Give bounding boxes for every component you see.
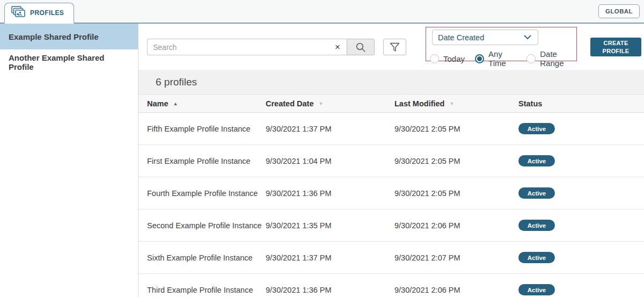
clear-search-icon[interactable]: × (331, 39, 345, 55)
radio-option[interactable]: Any Time (475, 49, 516, 68)
cell-status: Active (518, 252, 644, 263)
column-header-label: Name (147, 99, 169, 108)
table-row[interactable]: Sixth Example Profile Instance 9/30/2021… (138, 242, 644, 274)
table-row[interactable]: First Example Profile Instance 9/30/2021… (138, 145, 644, 177)
status-badge: Active (518, 252, 555, 263)
cell-last-modified: 9/30/2021 2:06 PM (394, 286, 518, 294)
date-field-dropdown[interactable]: Date Created (432, 30, 538, 45)
table-row[interactable]: Fourth Example Profile Instance 9/30/202… (138, 177, 644, 209)
cell-status: Active (518, 187, 644, 199)
cell-last-modified: 9/30/2021 2:05 PM (394, 125, 518, 133)
cell-created-date: 9/30/2021 1:35 PM (266, 221, 394, 230)
column-header[interactable]: Created Date ▼ (266, 99, 394, 108)
cell-name: Fourth Example Profile Instance (147, 189, 266, 198)
cell-name: Second Example Profile Instance (147, 221, 266, 230)
column-header-label: Status (518, 99, 542, 108)
search-button[interactable] (347, 39, 375, 55)
chevron-down-icon (524, 35, 531, 40)
radio-option[interactable]: Today (430, 54, 465, 63)
cell-name: Fifth Example Profile Instance (147, 125, 266, 133)
radio-option[interactable]: Date Range (526, 49, 576, 68)
sidebar-item[interactable]: Another Example Shared Profile (0, 49, 138, 75)
sidebar: Example Shared Profile Another Example S… (0, 24, 138, 297)
cell-created-date: 9/30/2021 1:04 PM (266, 157, 394, 165)
status-badge: Active (518, 220, 555, 231)
sort-asc-icon: ▲ (173, 101, 178, 106)
status-badge: Active (518, 155, 555, 166)
sidebar-item[interactable]: Example Shared Profile (0, 24, 138, 49)
table-row[interactable]: Second Example Profile Instance 9/30/202… (138, 209, 644, 242)
cell-status: Active (518, 284, 644, 295)
cell-last-modified: 9/30/2021 2:06 PM (394, 221, 518, 230)
radio-label: Today (443, 54, 465, 63)
table-body: Fifth Example Profile Instance 9/30/2021… (138, 113, 644, 297)
profiles-table: Name ▲ Created Date ▼ Last Modified ▼ St… (138, 95, 644, 297)
table-row[interactable]: Third Example Profile Instance 9/30/2021… (138, 274, 644, 297)
column-header[interactable]: Last Modified ▼ (394, 99, 518, 108)
main-panel: × (138, 24, 644, 297)
radio-icon (526, 54, 536, 63)
radio-icon (475, 54, 484, 63)
cell-status: Active (518, 155, 644, 166)
cell-created-date: 9/30/2021 1:36 PM (266, 286, 394, 294)
cell-last-modified: 9/30/2021 2:07 PM (394, 253, 518, 262)
tab-profiles-label: PROFILES (30, 9, 64, 17)
date-range-radio-group: Today Any Time Date Range (430, 49, 576, 68)
cell-last-modified: 9/30/2021 2:05 PM (394, 189, 518, 198)
sort-desc-icon: ▼ (318, 101, 323, 106)
cell-name: Third Example Profile Instance (147, 286, 266, 294)
search-input[interactable] (147, 39, 347, 55)
create-profile-button[interactable]: CREATE PROFILE (590, 38, 641, 56)
radio-icon (430, 54, 439, 63)
cell-created-date: 9/30/2021 1:37 PM (266, 125, 394, 133)
table-header-row: Name ▲ Created Date ▼ Last Modified ▼ St… (138, 95, 644, 113)
cell-last-modified: 9/30/2021 2:05 PM (394, 157, 518, 165)
sidebar-item-label: Example Shared Profile (9, 32, 99, 41)
content-area: Example Shared Profile Another Example S… (0, 24, 644, 297)
search-icon (355, 42, 366, 53)
cell-name: Sixth Example Profile Instance (147, 253, 266, 262)
table-row[interactable]: Fifth Example Profile Instance 9/30/2021… (138, 113, 644, 145)
cell-status: Active (518, 123, 644, 134)
column-header[interactable]: Name ▲ (147, 99, 266, 108)
tab-bar: PROFILES GLOBAL (0, 0, 644, 24)
profiles-icon (11, 6, 25, 20)
cell-created-date: 9/30/2021 1:37 PM (266, 253, 394, 262)
cell-created-date: 9/30/2021 1:36 PM (266, 189, 394, 198)
column-header[interactable]: Status (518, 99, 644, 108)
global-button[interactable]: GLOBAL (598, 4, 640, 18)
radio-label: Date Range (540, 49, 576, 68)
profiles-count: 6 profiles (156, 76, 197, 88)
app-window: PROFILES GLOBAL Example Shared Profile A… (0, 0, 644, 297)
date-filter-group: Date Created Today Any Time Date Range (426, 27, 577, 61)
profiles-count-bar: 6 profiles (138, 70, 644, 95)
sidebar-item-label: Another Example Shared Profile (9, 53, 129, 71)
status-badge: Active (518, 123, 555, 134)
tab-profiles[interactable]: PROFILES (4, 3, 74, 24)
sort-desc-icon: ▼ (449, 101, 454, 106)
cell-name: First Example Profile Instance (147, 157, 266, 165)
status-badge: Active (518, 284, 555, 295)
toolbar: × (138, 24, 644, 70)
cell-status: Active (518, 220, 644, 231)
date-field-dropdown-value: Date Created (438, 33, 484, 42)
filter-button[interactable] (383, 39, 406, 55)
filter-funnel-icon (390, 42, 400, 52)
column-header-label: Created Date (266, 99, 313, 108)
radio-label: Any Time (488, 49, 516, 68)
status-badge: Active (518, 187, 555, 199)
search-group: × (147, 39, 406, 55)
column-header-label: Last Modified (394, 99, 444, 108)
search-box: × (147, 39, 347, 55)
